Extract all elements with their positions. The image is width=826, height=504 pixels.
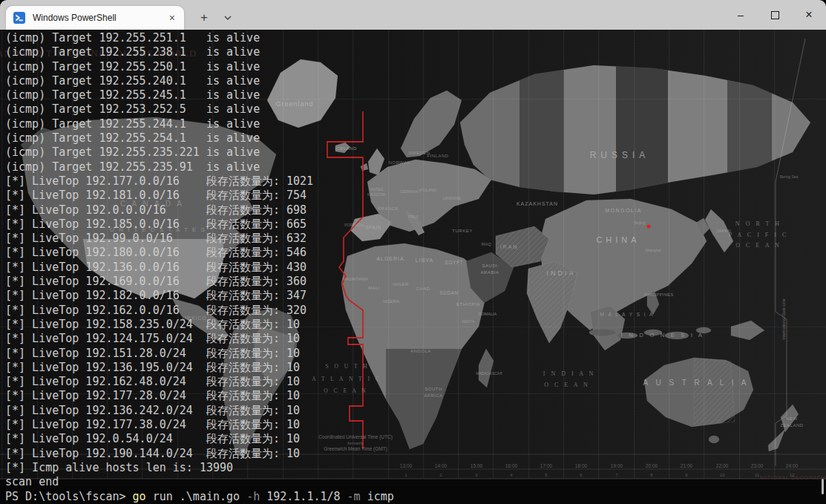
terminal-line: (icmp) Target 192.255.251.1 is alive <box>5 31 394 45</box>
terminal-line: [*] LiveTop 192.177.0.0/16 段存活数量为: 1021 <box>5 174 394 189</box>
terminal-line: (icmp) Target 192.255.235.221 is alive <box>5 145 394 160</box>
scrollbar-thumb[interactable] <box>822 479 824 494</box>
terminal-line: (icmp) Target 192.255.250.1 is alive <box>5 60 394 74</box>
tab-windows-powershell[interactable]: Windows PowerShell × <box>6 6 184 30</box>
terminal-line: PS D:\tools\fscan> go run .\main.go -h 1… <box>5 490 394 504</box>
maximize-button[interactable] <box>758 0 792 30</box>
terminal-line: [*] LiveTop 192.0.54.0/24 段存活数量为: 10 <box>5 432 394 446</box>
terminal-line: [*] LiveTop 192.182.0.0/16 段存活数量为: 347 <box>5 289 394 303</box>
minimize-button[interactable]: – <box>724 0 758 30</box>
terminal-line: [*] LiveTop 192.190.144.0/24 段存活数量为: 10 <box>5 447 394 461</box>
terminal-line: [*] LiveTop 192.180.0.0/16 段存活数量为: 546 <box>5 246 394 260</box>
terminal-line: [*] LiveTop 192.0.0.0/16 段存活数量为: 698 <box>5 203 394 217</box>
terminal-line: [*] LiveTop 192.169.0.0/16 段存活数量为: 360 <box>5 275 394 289</box>
window-controls: – × <box>724 0 826 30</box>
tab-close-icon[interactable]: × <box>169 13 175 23</box>
terminal-line: (icmp) Target 192.255.245.1 is alive <box>5 88 394 102</box>
terminal-line: (icmp) Target 192.255.244.1 is alive <box>5 117 394 131</box>
terminal-line: [*] LiveTop 192.158.235.0/24 段存活数量为: 10 <box>5 318 394 332</box>
terminal-line: (icmp) Target 192.255.254.1 is alive <box>5 131 394 145</box>
terminal-window: Windows PowerShell × + – × <box>0 0 826 504</box>
tab-dropdown-chevron-icon[interactable] <box>217 6 239 30</box>
terminal-line: [*] Icmp alive hosts len is: 13990 <box>5 461 394 475</box>
terminal-line: (icmp) Target 192.255.235.91 is alive <box>5 160 394 174</box>
terminal-line: [*] LiveTop 192.124.175.0/24 段存活数量为: 10 <box>5 332 394 346</box>
terminal-line: [*] LiveTop 192.99.0.0/16 段存活数量为: 632 <box>5 232 394 246</box>
terminal-line: [*] LiveTop 192.181.0.0/16 段存活数量为: 754 <box>5 189 394 203</box>
terminal-line: [*] LiveTop 192.177.38.0/24 段存活数量为: 10 <box>5 418 394 432</box>
terminal-line: [*] LiveTop 192.185.0.0/16 段存活数量为: 665 <box>5 217 394 232</box>
terminal-screen[interactable]: STANDARD TIME ZONES OF THE WORLDGreenlan… <box>0 30 826 504</box>
powershell-icon <box>13 12 25 24</box>
new-tab-button[interactable]: + <box>193 6 215 30</box>
terminal-output: (icmp) Target 192.255.251.1 is alive(icm… <box>0 30 394 504</box>
terminal-line: scan end <box>5 475 394 489</box>
maximize-icon <box>771 11 779 19</box>
terminal-line: [*] LiveTop 192.151.28.0/24 段存活数量为: 10 <box>5 347 394 361</box>
terminal-line: (icmp) Target 192.255.238.1 is alive <box>5 45 394 59</box>
terminal-line: [*] LiveTop 192.136.0.0/16 段存活数量为: 430 <box>5 261 394 275</box>
tab-title: Windows PowerShell <box>33 13 169 23</box>
terminal-line: (icmp) Target 192.255.240.1 is alive <box>5 74 394 88</box>
beijing-red-dot <box>647 225 651 229</box>
title-bar[interactable]: Windows PowerShell × + – × <box>0 0 826 30</box>
terminal-line: [*] LiveTop 192.136.195.0/24 段存活数量为: 10 <box>5 361 394 375</box>
close-button[interactable]: × <box>792 0 826 30</box>
terminal-line: [*] LiveTop 192.177.28.0/24 段存活数量为: 10 <box>5 389 394 403</box>
terminal-line: (icmp) Target 192.253.252.5 is alive <box>5 102 394 117</box>
terminal-line: [*] LiveTop 192.136.242.0/24 段存活数量为: 10 <box>5 404 394 418</box>
terminal-line: [*] LiveTop 192.162.0.0/16 段存活数量为: 320 <box>5 304 394 318</box>
terminal-line: [*] LiveTop 192.162.48.0/24 段存活数量为: 10 <box>5 375 394 389</box>
